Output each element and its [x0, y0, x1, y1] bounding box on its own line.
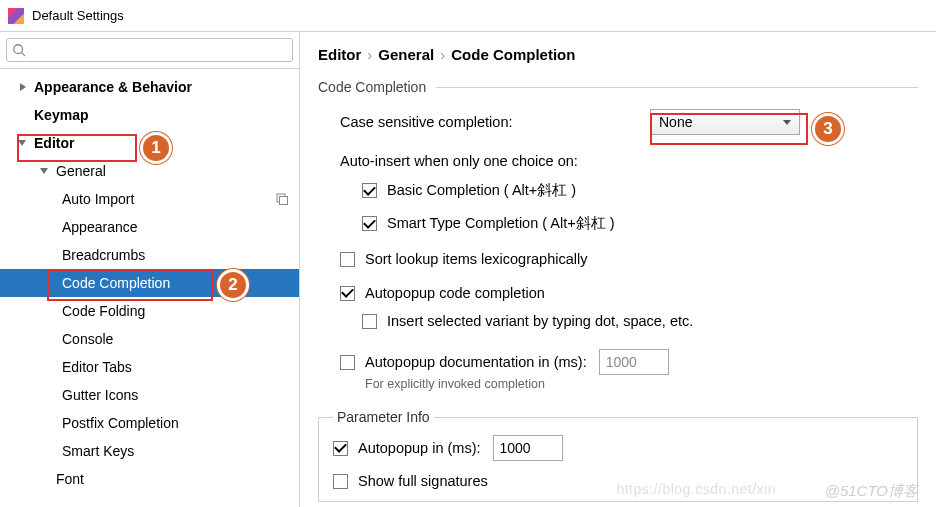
hint-autopopup-doc: For explicitly invoked completion — [365, 377, 918, 391]
svg-line-1 — [22, 53, 26, 57]
tree-item-gutter-icons[interactable]: Gutter Icons — [0, 381, 299, 409]
tree-item-postfix-completion[interactable]: Postfix Completion — [0, 409, 299, 437]
search-input[interactable] — [6, 38, 293, 62]
tree-item-editor[interactable]: Editor — [0, 129, 299, 157]
settings-sidebar: Appearance & Behavior Keymap Editor Gene… — [0, 32, 300, 507]
label-auto-insert: Auto-insert when only one choice on: — [340, 153, 918, 169]
crumb-general[interactable]: General — [378, 46, 434, 63]
tree-item-code-folding[interactable]: Code Folding — [0, 297, 299, 325]
checkbox-insert-variant[interactable] — [362, 314, 377, 329]
svg-point-0 — [14, 45, 23, 54]
crumb-code-completion[interactable]: Code Completion — [451, 46, 575, 63]
field-insert-variant[interactable]: Insert selected variant by typing dot, s… — [362, 313, 918, 329]
tree-item-keymap[interactable]: Keymap — [0, 101, 299, 129]
app-icon — [8, 8, 24, 24]
tree-item-smart-keys[interactable]: Smart Keys — [0, 437, 299, 465]
chevron-down-icon — [783, 120, 791, 125]
checkbox-autopopup-doc[interactable] — [340, 355, 355, 370]
chevron-down-icon — [18, 137, 30, 149]
svg-rect-3 — [280, 197, 288, 205]
tree-item-editor-tabs[interactable]: Editor Tabs — [0, 353, 299, 381]
section-parameter-info: Parameter Info Autopopup in (ms): Show f… — [318, 409, 918, 502]
chevron-right-icon: › — [367, 46, 372, 63]
chevron-right-icon — [18, 81, 30, 93]
settings-main: Editor › General › Code Completion Code … — [300, 32, 936, 507]
chevron-down-icon — [40, 165, 52, 177]
breadcrumb: Editor › General › Code Completion — [318, 46, 918, 63]
settings-tree: Appearance & Behavior Keymap Editor Gene… — [0, 69, 299, 507]
search-box[interactable] — [6, 38, 293, 62]
crumb-editor[interactable]: Editor — [318, 46, 361, 63]
autopopup-ms-input[interactable] — [493, 435, 563, 461]
copy-icon — [275, 192, 289, 206]
field-autopopup-doc[interactable]: Autopopup documentation in (ms): — [340, 349, 918, 375]
tree-item-font[interactable]: Font — [0, 465, 299, 493]
tree-item-auto-import[interactable]: Auto Import — [0, 185, 299, 213]
checkbox-autopopup-in[interactable] — [333, 441, 348, 456]
field-basic-completion[interactable]: Basic Completion ( Alt+斜杠 ) — [340, 181, 918, 200]
field-case-sensitive: Case sensitive completion: None — [340, 109, 918, 135]
combo-value: None — [659, 114, 692, 130]
tree-item-general[interactable]: General — [0, 157, 299, 185]
autopopup-doc-ms-input — [599, 349, 669, 375]
search-icon — [12, 43, 26, 57]
label-case-sensitive: Case sensitive completion: — [340, 114, 650, 130]
legend-parameter-info: Parameter Info — [333, 409, 434, 425]
tree-item-console[interactable]: Console — [0, 325, 299, 353]
tree-item-breadcrumbs[interactable]: Breadcrumbs — [0, 241, 299, 269]
tree-item-appearance-behavior[interactable]: Appearance & Behavior — [0, 73, 299, 101]
checkbox-show-full[interactable] — [333, 474, 348, 489]
field-show-full-signatures[interactable]: Show full signatures — [333, 473, 903, 489]
field-sort-lexicographically[interactable]: Sort lookup items lexicographically — [340, 251, 918, 267]
chevron-right-icon: › — [440, 46, 445, 63]
case-sensitive-combo[interactable]: None — [650, 109, 800, 135]
checkbox-basic[interactable] — [362, 183, 377, 198]
field-smart-completion[interactable]: Smart Type Completion ( Alt+斜杠 ) — [340, 214, 918, 233]
checkbox-sort[interactable] — [340, 252, 355, 267]
titlebar: Default Settings — [0, 0, 936, 32]
field-autopopup-code[interactable]: Autopopup code completion — [340, 285, 918, 301]
section-code-completion: Code Completion — [318, 79, 918, 95]
checkbox-smart[interactable] — [362, 216, 377, 231]
checkbox-autopopup-code[interactable] — [340, 286, 355, 301]
tree-item-appearance[interactable]: Appearance — [0, 213, 299, 241]
field-autopopup-in[interactable]: Autopopup in (ms): — [333, 435, 903, 461]
window-title: Default Settings — [32, 8, 124, 23]
tree-item-code-completion[interactable]: Code Completion — [0, 269, 299, 297]
